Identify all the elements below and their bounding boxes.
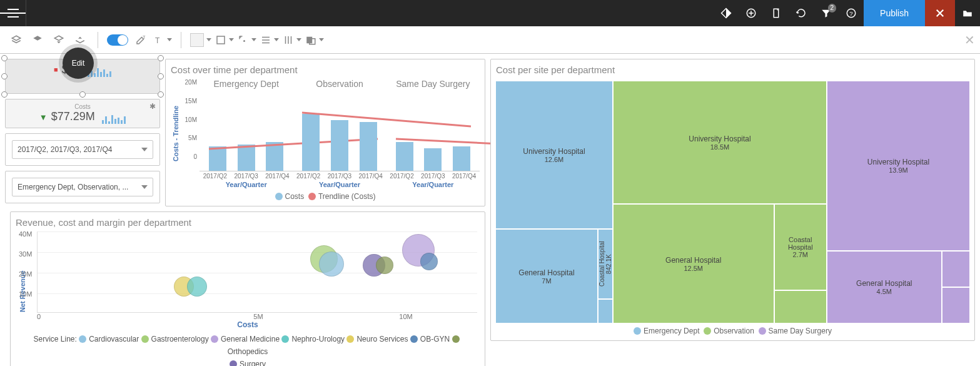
filter-count-badge: 2 (828, 4, 837, 13)
close-button[interactable] (925, 0, 955, 26)
chevron-down-icon (141, 148, 148, 151)
sparkline-icon (102, 113, 126, 124)
treemap-cell: Coastal Hospital 842.1K (599, 230, 612, 298)
bubble-chart-panel[interactable]: Revenue, cost and margin per department … (10, 211, 485, 366)
facet-observation: Observation 2017/Q22017/Q32017/Q4 Year/Q… (293, 79, 386, 188)
diamond-icon[interactable] (714, 0, 739, 26)
chevron-down-icon (141, 185, 148, 189)
resize-handle[interactable] (158, 73, 164, 79)
bubble-legend: Service Line: Cardiovascular Gastroenter… (16, 333, 480, 366)
container-dropdown[interactable] (305, 34, 324, 46)
y-axis-label: Costs - Trendline (171, 79, 181, 188)
kpi-card-selected-wrapper: Edit $59 (5, 59, 160, 94)
svg-point-6 (243, 40, 245, 42)
kpi-value: $77.29M (39, 110, 95, 123)
svg-rect-5 (217, 36, 225, 44)
filter-icon[interactable]: 2 (814, 0, 839, 26)
resize-handle[interactable] (1, 73, 8, 79)
title-toggle[interactable] (107, 34, 128, 46)
refresh-icon[interactable] (789, 0, 814, 26)
facet-emergency: Emergency Dept 2017/Q22017/Q32017/Q4 Yea… (200, 79, 293, 188)
kpi-card-2[interactable]: ✱ Costs $77.29M (5, 99, 160, 128)
bar-legend: Costs Trendline (Costs) (171, 192, 480, 201)
align-dropdown[interactable] (260, 34, 279, 46)
font-style-dropdown[interactable]: T (153, 34, 172, 46)
svg-text:?: ? (849, 10, 853, 17)
edit-button[interactable]: Edit (63, 48, 94, 79)
treemap-cell (599, 300, 612, 323)
resize-handle[interactable] (158, 55, 164, 61)
menu-button[interactable] (0, 0, 26, 26)
dropdown-text: Emergency Dept, Observation, ... (18, 183, 128, 191)
folder-icon[interactable] (955, 0, 980, 26)
y-axis-ticks: 20M 15M 10M 5M 0 (181, 79, 200, 160)
resize-handle[interactable] (79, 91, 86, 98)
clipboard-icon[interactable] (764, 0, 789, 26)
layer-up-icon[interactable] (29, 31, 46, 49)
treemap-cell: Coastal Hospital 2.7M (775, 205, 827, 290)
x-axis-ticks: 0 5M 10M (37, 313, 480, 320)
cost-over-time-panel[interactable]: Cost over time per department Costs - Tr… (165, 59, 485, 206)
format-toolbar: T T ✕ (0, 26, 980, 54)
kpi-label: Costs (11, 103, 154, 110)
add-icon[interactable] (739, 0, 764, 26)
toolbar-close-icon[interactable]: ✕ (964, 33, 975, 48)
dropdown-text: 2017/Q2, 2017/Q3, 2017/Q4 (18, 145, 112, 154)
resize-handle[interactable] (1, 55, 8, 61)
treemap-cell: University Hospital 13.9M (827, 81, 969, 250)
spacing-dropdown[interactable] (283, 34, 301, 46)
treemap-cell: University Hospital 18.5M (614, 81, 826, 203)
resize-handle[interactable] (1, 91, 8, 98)
quarter-filter-dropdown[interactable]: 2017/Q2, 2017/Q3, 2017/Q4 (12, 140, 153, 159)
help-icon[interactable]: ? (839, 0, 864, 26)
bubble-plot: Net Revenue 40M 30M 20M 10M (37, 231, 477, 313)
border-style-dropdown[interactable] (215, 34, 234, 46)
treemap-cell (775, 291, 827, 323)
treemap-cell (942, 252, 969, 287)
svg-text:T: T (155, 36, 160, 44)
fill-color-dropdown[interactable] (190, 33, 211, 47)
treemap-plot: University Hospital 12.6M General Hospit… (496, 79, 969, 323)
treemap-cell: General Hospital 7M (496, 230, 597, 323)
treemap-panel[interactable]: Cost per site per department University … (490, 59, 975, 341)
chart-title: Cost per site per department (496, 64, 969, 75)
chart-title: Cost over time per department (171, 64, 480, 75)
x-axis-label: Costs (16, 320, 480, 329)
layer-bottom-icon[interactable] (71, 31, 89, 49)
treemap-legend: Emergency Dept Observation Same Day Surg… (496, 327, 969, 335)
topbar: 2 ? Publish (0, 0, 980, 26)
facet-sameday: Same Day Surgery 2017/Q22017/Q32017/Q4 Y… (386, 79, 480, 188)
text-edit-icon[interactable]: T (132, 31, 149, 49)
chart-title: Revenue, cost and margin per department (16, 217, 480, 228)
department-filter-dropdown[interactable]: Emergency Dept, Observation, ... (12, 178, 153, 196)
corner-style-dropdown[interactable] (238, 34, 256, 46)
treemap-cell: University Hospital 12.6M (496, 81, 612, 228)
snowflake-icon[interactable]: ✱ (149, 102, 156, 111)
treemap-cell: General Hospital 12.5M (614, 205, 774, 323)
svg-text:T: T (143, 34, 146, 40)
treemap-cell (942, 288, 969, 323)
publish-button[interactable]: Publish (864, 0, 925, 26)
workspace: Edit $59 ✱ Costs $77.29M 2017/Q2, 2017/Q… (0, 54, 980, 366)
resize-handle[interactable] (158, 91, 164, 98)
treemap-cell: General Hospital 4.5M (827, 252, 941, 323)
layer-icon-1[interactable] (8, 31, 25, 49)
layer-down-icon[interactable] (50, 31, 68, 49)
